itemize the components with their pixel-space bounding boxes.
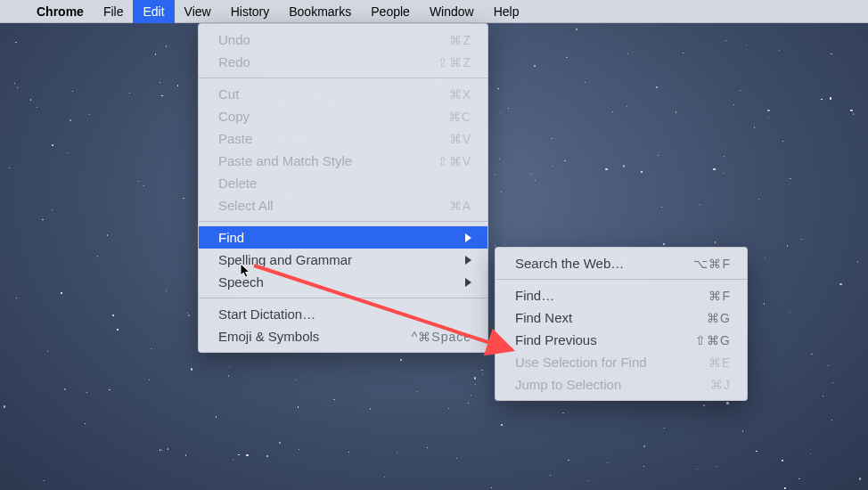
menu-item-shortcut: ⇧⌘Z: [418, 55, 471, 69]
menu-item-shortcut: ⌘X: [418, 87, 471, 102]
menu-item-dictation[interactable]: Start Dictation…: [199, 303, 487, 325]
menu-item-paste[interactable]: Paste ⌘V: [199, 127, 487, 150]
menu-item-shortcut: ⌥⌘F: [677, 257, 731, 271]
menu-item-shortcut: ⌘E: [677, 355, 731, 370]
menu-item-label: Paste: [218, 131, 252, 146]
menu-item-label: Delete: [218, 176, 257, 191]
menu-item-paste-match[interactable]: Paste and Match Style ⇧⌘V: [199, 150, 487, 172]
menu-item-label: Start Dictation…: [218, 306, 315, 322]
menu-separator: [495, 279, 747, 280]
menu-item-shortcut: ⌘V: [418, 132, 471, 146]
menu-item-label: Find Previous: [515, 332, 597, 347]
menu-item-jump-selection[interactable]: Jump to Selection ⌘J: [495, 373, 747, 396]
menu-item-label: Select All: [218, 198, 274, 213]
menu-window[interactable]: Window: [420, 0, 484, 23]
submenu-arrow-icon: [465, 233, 471, 242]
menu-item-select-all[interactable]: Select All ⌘A: [199, 194, 487, 216]
menu-item-copy[interactable]: Copy ⌘C: [199, 105, 487, 127]
menu-item-label: Paste and Match Style: [218, 153, 352, 168]
menu-item-label: Emoji & Symbols: [218, 329, 319, 344]
menu-item-label: Spelling and Grammar: [218, 252, 352, 267]
menu-item-shortcut: ⌘G: [677, 311, 731, 325]
menu-item-shortcut: ⌘Z: [418, 33, 471, 47]
menu-view[interactable]: View: [175, 0, 221, 23]
menu-item-find-dialog[interactable]: Find… ⌘F: [495, 284, 747, 306]
menu-item-shortcut: ⌘A: [418, 199, 471, 213]
menu-item-label: Search the Web…: [515, 256, 624, 271]
menu-item-emoji[interactable]: Emoji & Symbols ^⌘Space: [199, 325, 487, 347]
menu-item-label: Undo: [218, 32, 250, 47]
menu-item-shortcut: ⌘C: [418, 110, 471, 124]
menu-edit[interactable]: Edit: [133, 0, 174, 23]
menu-history[interactable]: History: [221, 0, 280, 23]
menu-item-shortcut: ⇧⌘V: [418, 154, 471, 168]
app-menu[interactable]: Chrome: [27, 0, 94, 23]
menu-item-label: Cut: [218, 86, 239, 102]
submenu-arrow-icon: [465, 256, 471, 265]
menu-file[interactable]: File: [94, 0, 134, 23]
menu-item-shortcut: ⌘F: [677, 289, 731, 303]
menu-item-label: Find…: [515, 288, 554, 303]
menu-item-label: Copy: [218, 109, 250, 124]
menu-item-label: Use Selection for Find: [515, 355, 647, 370]
menu-item-cut[interactable]: Cut ⌘X: [199, 83, 487, 105]
menu-separator: [199, 298, 487, 298]
menu-people[interactable]: People: [361, 0, 420, 23]
menu-item-delete[interactable]: Delete: [199, 172, 487, 194]
menu-item-shortcut: ^⌘Space: [412, 330, 471, 344]
menu-item-label: Find: [218, 230, 244, 245]
submenu-arrow-icon: [465, 278, 471, 287]
menu-item-label: Find Next: [515, 310, 572, 325]
menu-item-redo[interactable]: Redo ⇧⌘Z: [199, 51, 487, 73]
menubar: Chrome File Edit View History Bookmarks …: [0, 0, 868, 23]
menu-help[interactable]: Help: [484, 0, 529, 23]
menu-item-label: Redo: [218, 54, 250, 69]
menu-item-shortcut: ⇧⌘G: [677, 333, 731, 347]
find-submenu: Search the Web… ⌥⌘F Find… ⌘F Find Next ⌘…: [495, 247, 748, 401]
menu-separator: [199, 221, 487, 222]
menu-bookmarks[interactable]: Bookmarks: [279, 0, 361, 23]
menu-item-label: Jump to Selection: [515, 377, 621, 392]
menu-item-find[interactable]: Find: [199, 226, 487, 249]
menu-separator: [199, 78, 487, 78]
menu-item-undo[interactable]: Undo ⌘Z: [199, 29, 487, 51]
menu-item-find-previous[interactable]: Find Previous ⇧⌘G: [495, 329, 747, 351]
menu-item-find-next[interactable]: Find Next ⌘G: [495, 306, 747, 329]
edit-menu-dropdown: Undo ⌘Z Redo ⇧⌘Z Cut ⌘X Copy ⌘C Paste ⌘V…: [198, 23, 488, 353]
menu-item-search-web[interactable]: Search the Web… ⌥⌘F: [495, 252, 747, 274]
menu-item-shortcut: ⌘J: [677, 378, 731, 392]
menu-item-use-selection[interactable]: Use Selection for Find ⌘E: [495, 351, 747, 373]
mouse-cursor-icon: [240, 263, 252, 279]
